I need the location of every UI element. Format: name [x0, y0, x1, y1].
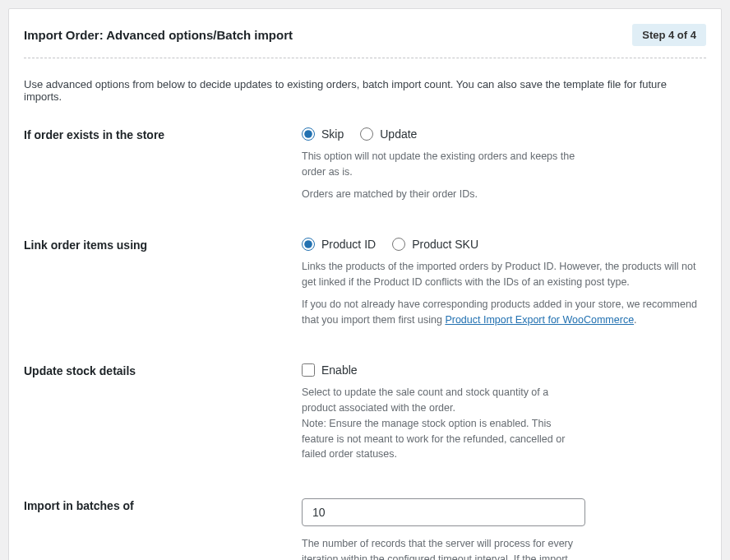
intro-text: Use advanced options from below to decid… [24, 58, 706, 127]
input-batch-size[interactable] [302, 498, 585, 526]
import-advanced-panel: Import Order: Advanced options/Batch imp… [8, 8, 722, 560]
radio-group-link-items: Product ID Product SKU [302, 238, 706, 251]
checkbox-enable-stock-input[interactable] [302, 363, 315, 377]
control-link-items: Product ID Product SKU Links the product… [302, 238, 706, 334]
help-link-items-2: If you do not already have corresponding… [302, 297, 706, 328]
radio-skip[interactable]: Skip [302, 127, 344, 141]
radio-product-id-label: Product ID [321, 238, 376, 251]
checkbox-enable-stock[interactable]: Enable [302, 363, 706, 377]
label-order-exists: If order exists in the store [24, 127, 302, 141]
help-link-items-1: Links the products of the imported order… [302, 259, 706, 290]
help-order-exists-2: Orders are matched by their order IDs. [302, 187, 581, 202]
label-link-items: Link order items using [24, 238, 302, 252]
help-order-exists-1: This option will not update the existing… [302, 149, 581, 180]
label-batch: Import in batches of [24, 498, 302, 512]
page-title: Import Order: Advanced options/Batch imp… [24, 28, 293, 42]
checkbox-enable-stock-label: Enable [321, 363, 358, 377]
radio-group-order-exists: Skip Update [302, 127, 706, 141]
link-product-import-export[interactable]: Product Import Export for WooCommerce [445, 314, 634, 326]
radio-skip-label: Skip [321, 127, 344, 141]
row-update-stock: Update stock details Enable Select to up… [24, 363, 706, 469]
label-update-stock: Update stock details [24, 363, 302, 377]
row-link-items: Link order items using Product ID Produc… [24, 238, 706, 334]
control-update-stock: Enable Select to update the sale count a… [302, 363, 706, 469]
row-order-exists: If order exists in the store Skip Update… [24, 127, 706, 208]
radio-update[interactable]: Update [360, 127, 417, 141]
control-order-exists: Skip Update This option will not update … [302, 127, 706, 208]
radio-product-id[interactable]: Product ID [302, 238, 376, 251]
step-badge: Step 4 of 4 [632, 24, 706, 46]
radio-skip-input[interactable] [302, 127, 315, 141]
help-link-items-2-post: . [634, 314, 636, 326]
panel-header: Import Order: Advanced options/Batch imp… [24, 24, 706, 58]
help-update-stock: Select to update the sale count and stoc… [302, 385, 581, 462]
radio-product-sku[interactable]: Product SKU [392, 238, 478, 251]
radio-product-id-input[interactable] [302, 238, 315, 251]
radio-update-label: Update [380, 127, 417, 141]
radio-product-sku-label: Product SKU [412, 238, 478, 251]
radio-product-sku-input[interactable] [392, 238, 405, 251]
row-batch: Import in batches of The number of recor… [24, 498, 706, 560]
radio-update-input[interactable] [360, 127, 373, 141]
help-batch: The number of records that the server wi… [302, 536, 581, 560]
control-batch: The number of records that the server wi… [302, 498, 706, 560]
